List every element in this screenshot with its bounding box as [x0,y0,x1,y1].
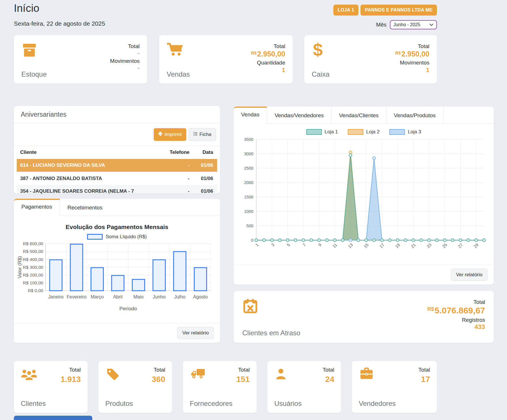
total-label: Total [323,367,334,373]
svg-text:R$ 0,00: R$ 0,00 [28,288,43,293]
truck-icon [190,367,205,384]
svg-text:25: 25 [442,243,448,249]
summary-card-label: Vendedores [359,400,430,408]
total-label: Total [152,367,165,373]
metric-amount: 2.950,00 [401,50,429,58]
legend-item: Soma Líquido (R$) [87,234,147,240]
cell-telefone: - [158,159,193,172]
tab-vendas[interactable]: Vendas [234,107,267,124]
metric-value: 1 [251,66,285,74]
birthdays-toolbar: Imprimir Ficha [14,123,220,146]
svg-text:R$ 600,00: R$ 600,00 [23,242,43,246]
summary-card-clientes: Total 1.913 Clientes [14,361,88,413]
dashboard-page: { "header": { "title": "Início", "date":… [0,0,507,420]
svg-text:15: 15 [363,243,369,249]
metric-value: 1 [395,66,429,74]
sales-footer: Ver relatório [234,265,494,285]
total-label: Total [61,367,81,373]
stat-card-label: Caixa [312,70,329,78]
month-select-value: Junho - 2025 [393,22,420,27]
month-select[interactable]: Junho - 2025 [390,20,437,29]
svg-text:29: 29 [473,243,480,249]
ficha-button[interactable]: Ficha [189,128,216,141]
sales-chart-legend: Loja 1 Loja 2 Loja 3 [234,129,494,135]
ficha-button-label: Ficha [199,132,211,137]
svg-text:2500: 2500 [244,166,254,171]
payments-report-button[interactable]: Ver relatório [177,327,214,339]
sales-panel: Vendas Vendas/Vendedores Vendas/Clientes… [234,107,494,285]
summary-card-produtos: Total 360 Produtos [98,361,172,413]
legend-label: Loja 3 [408,129,421,135]
summary-card-label: Usuários [274,400,334,408]
tab-vendas-produtos[interactable]: Vendas/Produtos [386,107,444,124]
summary-card-vendedores: Total 17 Vendedores [352,361,437,413]
legend-swatch-loja3 [389,129,405,135]
store-badge[interactable]: LOJA 1 [333,5,358,16]
legend-swatch [87,234,103,240]
svg-text:13: 13 [347,243,354,249]
total-value: 24 [323,375,334,384]
metric-name: Registros [427,317,485,323]
svg-text:9: 9 [318,243,322,247]
legend-label: Loja 1 [325,129,338,135]
currency-prefix: R$ [251,50,256,55]
payments-tabs: Pagamentos Recebimentos [14,199,220,216]
svg-text:3500: 3500 [244,137,254,142]
month-filter: Mês Junho - 2025 [376,20,437,29]
svg-text:Fevereiro: Fevereiro [67,294,87,299]
tab-vendas-clientes[interactable]: Vendas/Clientes [332,107,386,124]
metric-name: Quantidade [251,60,285,66]
birthdays-table: Cliente Telefone Data 614 - LUCIANO SEVE… [17,146,217,194]
payments-chart-legend: Soma Líquido (R$) [14,234,220,240]
svg-text:Agosto: Agosto [193,294,208,299]
late-clients-label: Clientes em Atraso [242,329,300,337]
tab-recebimentos[interactable]: Recebimentos [60,199,110,216]
birthdays-panel: Aniversariantes Imprimir Ficha Cliente T… [14,106,220,194]
sales-report-button[interactable]: Ver relatório [451,269,487,281]
column-header-telefone: Telefone [158,146,193,159]
total-value: 17 [418,375,430,384]
cell-cliente: 387 - ANTONIO ZENALDO BATISTA [17,172,158,185]
stat-card-vendas: Vendas Total R$2.950,00 Quantidade 1 [159,35,293,84]
table-row[interactable]: 354 - JAQUELINE SOARES CORREIA (NELMA - … [17,185,217,194]
cart-icon [167,42,190,58]
summary-card-fornecedores: Total 151 Fornecedores [183,361,257,413]
cell-data: 01/06 [193,172,217,185]
svg-text:$: $ [313,42,323,58]
summary-card-label: Fornecedores [190,400,250,408]
svg-text:Janeiro: Janeiro [48,294,63,299]
print-button[interactable]: Imprimir [154,128,186,141]
currency-prefix: R$ [395,50,401,55]
list-icon [193,132,198,137]
metric-name: Movimentos [110,58,140,64]
svg-text:1000: 1000 [244,209,254,214]
legend-item: Loja 3 [389,129,421,135]
svg-text:Julho: Julho [174,294,185,299]
column-header-data: Data [193,146,217,159]
company-badge[interactable]: PANNOS E PANNOS LTDA ME [360,5,437,16]
svg-text:7: 7 [302,243,307,247]
svg-text:3000: 3000 [244,152,254,156]
legend-item: Loja 1 [306,129,338,135]
total-label: Total [236,367,250,373]
metric-amount: 2.950,00 [257,50,285,58]
svg-text:1500: 1500 [244,195,254,199]
svg-text:Março: Março [91,294,104,299]
total-value: 360 [152,375,165,384]
legend-swatch-loja2 [348,129,363,135]
table-row[interactable]: 387 - ANTONIO ZENALDO BATISTA - 01/06 [17,172,217,185]
svg-text:5: 5 [286,243,291,247]
table-row[interactable]: 614 - LUCIANO SEVERINO DA SILVA - 01/06 [17,159,217,172]
cell-cliente: 354 - JAQUELINE SOARES CORREIA (NELMA - … [17,185,158,194]
dollar-icon: $ [312,42,329,59]
svg-text:23: 23 [426,243,432,249]
tab-pagamentos[interactable]: Pagamentos [14,199,60,216]
table-header-row: Cliente Telefone Data [17,146,217,159]
payments-chart-title: Evolução dos Pagamentos Mensais [17,224,217,230]
tab-vendas-vendedores[interactable]: Vendas/Vendedores [267,107,331,124]
metric-value: R$2.950,00 [251,50,285,58]
user-icon [274,367,288,384]
metric-name: Total [110,43,140,50]
box-icon [21,42,47,59]
svg-text:Valor (R$): Valor (R$) [17,256,22,279]
